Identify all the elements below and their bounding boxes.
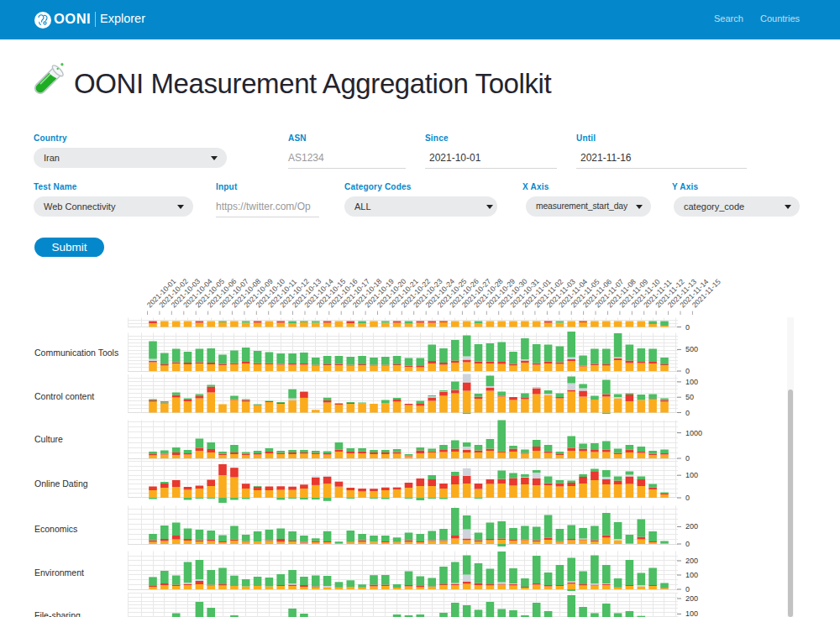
svg-text:1000: 1000 xyxy=(685,429,702,437)
svg-text:200: 200 xyxy=(685,594,698,603)
svg-text:0: 0 xyxy=(685,585,690,593)
svg-text:0: 0 xyxy=(685,540,690,548)
svg-text:0: 0 xyxy=(685,367,690,375)
svg-text:100: 100 xyxy=(685,609,698,617)
svg-text:200: 200 xyxy=(685,522,698,531)
svg-text:0: 0 xyxy=(685,409,690,417)
svg-text:100: 100 xyxy=(685,378,698,386)
svg-text:500: 500 xyxy=(685,345,698,353)
svg-text:100: 100 xyxy=(685,471,698,479)
svg-text:200: 200 xyxy=(685,557,698,565)
svg-text:50: 50 xyxy=(685,393,694,401)
svg-text:0: 0 xyxy=(685,494,690,502)
svg-text:0: 0 xyxy=(685,454,690,463)
svg-text:100: 100 xyxy=(685,571,698,579)
svg-text:0: 0 xyxy=(685,323,690,332)
